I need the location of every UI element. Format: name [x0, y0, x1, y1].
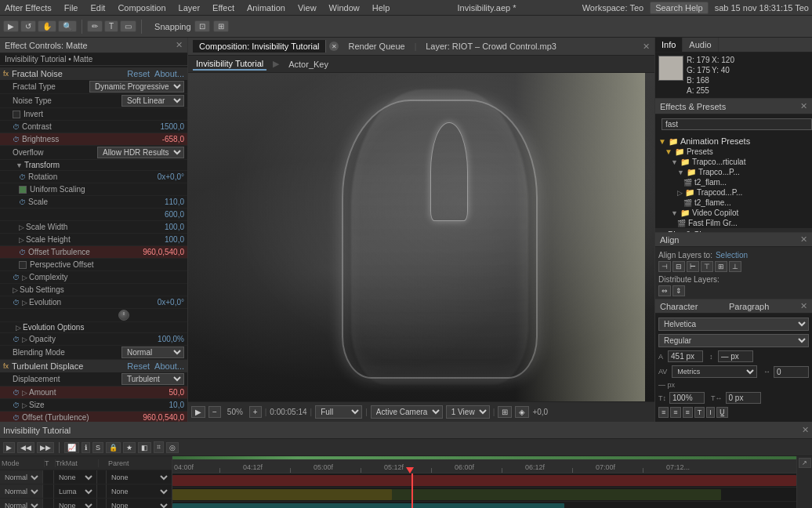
tree-animation-presets[interactable]: ▼ 📁 Animation Presets — [655, 136, 812, 147]
dist-v-btn[interactable]: ⇕ — [672, 285, 685, 296]
tab-layer[interactable]: Layer: RIOT – Crowd Control.mp3 — [419, 40, 563, 53]
offset-turbulence-value[interactable]: 960,0,540,0 — [137, 248, 184, 256]
scale-val2-value[interactable]: 600,0 — [137, 210, 184, 219]
uniform-scaling-checkbox[interactable] — [19, 186, 27, 194]
pen-tool[interactable]: ✏ — [87, 20, 103, 32]
scale-width-value[interactable]: 100,0 — [137, 223, 184, 231]
tl-next-frame-btn[interactable]: ▶▶ — [37, 442, 54, 453]
layer2-mode-select[interactable]: Normal — [2, 487, 41, 496]
character-tab[interactable]: Character — [660, 302, 698, 311]
offset-turb-stopwatch[interactable]: ⏱ — [19, 249, 26, 256]
font-dropdown[interactable]: Helvetica — [658, 318, 809, 331]
transform-header[interactable]: ▼ Transform — [0, 160, 187, 171]
text-align-center-btn[interactable]: ≡ — [670, 407, 680, 418]
layer3-trk-select[interactable]: None — [56, 501, 95, 509]
amount-value[interactable]: 50,0 — [137, 388, 184, 397]
contrast-stopwatch[interactable]: ⏱ — [13, 123, 20, 131]
tree-presets[interactable]: ▼ 📁 Presets — [655, 147, 812, 157]
rotation-value[interactable]: 0x+0,0° — [137, 172, 184, 181]
align-left-btn[interactable]: ⊣ — [658, 261, 671, 272]
tl-graph-editor-btn[interactable]: 📈 — [64, 442, 79, 453]
effects-presets-close[interactable]: ✕ — [800, 101, 807, 111]
opacity-stopwatch[interactable]: ⏱ — [13, 336, 20, 343]
leading-input[interactable] — [718, 350, 753, 362]
zoom-in-btn[interactable]: + — [249, 406, 262, 418]
snapping-toggle[interactable]: ⊡ — [194, 20, 210, 32]
menu-file[interactable]: File — [63, 3, 80, 13]
layer3-trk[interactable]: None — [54, 499, 97, 508]
menu-composition[interactable]: Composition — [116, 3, 167, 13]
align-bottom-btn[interactable]: ⊥ — [729, 261, 741, 272]
tree-fast-film-gr[interactable]: 🎬 Fast Film Gr... — [655, 218, 812, 228]
text-bold-btn[interactable]: T — [694, 407, 705, 418]
view-count-dropdown[interactable]: 1 View — [446, 405, 490, 419]
scale-value[interactable]: 110,0 — [137, 198, 184, 206]
layer2-parent[interactable]: None — [107, 484, 172, 498]
menu-view[interactable]: View — [296, 3, 318, 13]
brightness-stopwatch[interactable]: ⏱ — [13, 136, 20, 143]
layer3-parent-select[interactable]: None — [108, 501, 170, 509]
search-effects-btn[interactable]: Search Help — [650, 2, 709, 14]
layer1-mode-select[interactable]: Normal — [2, 473, 41, 482]
layer3-mode-select[interactable]: Normal — [2, 501, 41, 509]
layer2-mode[interactable]: Normal — [0, 484, 43, 498]
layer1-trk-select[interactable]: None — [56, 473, 95, 482]
scale-v-input[interactable] — [669, 392, 705, 404]
mask-btn[interactable]: ◈ — [515, 406, 529, 418]
tree-t2flame2[interactable]: 🎬 t2_flame... — [655, 198, 812, 208]
pan-tool[interactable]: ✋ — [38, 20, 56, 32]
quality-dropdown[interactable]: Full Half Third Quarter — [315, 405, 362, 419]
shape-tool[interactable]: ▭ — [120, 20, 136, 32]
evolution-stopwatch[interactable]: ⏱ — [13, 299, 20, 307]
zoom-tool[interactable]: 🔍 — [58, 20, 77, 32]
tl-lock-btn[interactable]: 🔒 — [106, 442, 121, 453]
text-tool[interactable]: T — [104, 20, 118, 32]
menu-animation[interactable]: Animation — [245, 3, 287, 13]
tab-render-queue[interactable]: Render Queue — [342, 40, 411, 53]
menu-layer[interactable]: Layer — [177, 3, 202, 13]
size-value[interactable]: 10,0 — [137, 401, 184, 409]
fractal-noise-about[interactable]: About... — [154, 69, 184, 78]
overflow-dropdown[interactable]: Allow HDR Results — [97, 147, 184, 158]
tl-shy-btn[interactable]: ★ — [123, 442, 136, 453]
layer2-parent-select[interactable]: None — [108, 487, 170, 496]
font-size-input[interactable] — [668, 350, 703, 362]
align-center-v-btn[interactable]: ⊞ — [715, 261, 727, 272]
scale-h-input[interactable] — [726, 392, 761, 404]
layer1-parent-select[interactable]: None — [108, 473, 170, 482]
tree-video-copilot[interactable]: ▼ 📁 Video Copilot — [655, 208, 812, 218]
text-italic-btn[interactable]: I — [706, 407, 715, 418]
tl-prev-frame-btn[interactable]: ◀◀ — [17, 442, 34, 453]
tl-expand-btn[interactable]: ↗ — [799, 458, 811, 468]
tl-info-btn[interactable]: ℹ — [82, 442, 90, 453]
scale-height-value[interactable]: 100,0 — [137, 235, 184, 244]
noise-type-dropdown[interactable]: Soft Linear — [121, 95, 184, 107]
tab-info[interactable]: Info — [655, 38, 683, 52]
evolution-value[interactable]: 0x+0,0° — [137, 298, 184, 307]
menu-after-effects[interactable]: After Effects — [3, 3, 53, 13]
sub-tab-invisibility[interactable]: Invisibility Tutorial — [193, 58, 266, 71]
tree-t2flame1[interactable]: 🎬 t2_flam... — [655, 177, 812, 187]
paragraph-tab[interactable]: Paragraph — [729, 302, 769, 311]
fractal-type-dropdown[interactable]: Dynamic Progressive — [89, 81, 184, 93]
view-mode-dropdown[interactable]: Active Camera — [371, 405, 443, 419]
turb-displace-reset[interactable]: Reset — [127, 361, 150, 371]
timeline-close[interactable]: ✕ — [802, 425, 809, 435]
offset-turb2-stopwatch[interactable]: ⏱ — [13, 414, 20, 422]
layer1-mode[interactable]: Normal — [0, 470, 43, 484]
rotation-stopwatch[interactable]: ⏱ — [19, 173, 26, 181]
offset-turb2-value[interactable]: 960,0,540,0 — [137, 413, 184, 422]
comp-tab-close[interactable]: ✕ — [329, 42, 339, 51]
evolution-options-header[interactable]: ▷ Evolution Options — [0, 322, 187, 333]
tl-collapse-btn[interactable]: ◧ — [138, 442, 151, 453]
text-align-right-btn[interactable]: ≡ — [683, 407, 693, 418]
blending-mode-dropdown[interactable]: Normal — [121, 347, 184, 358]
sub-tab-actor-key[interactable]: Actor_Key — [285, 59, 332, 70]
evolution-knob[interactable] — [118, 310, 129, 321]
complexity-stopwatch[interactable]: ⏱ — [13, 274, 20, 281]
layer1-parent[interactable]: None — [107, 470, 172, 484]
char-close[interactable]: ✕ — [800, 301, 807, 311]
menu-help[interactable]: Help — [371, 3, 392, 13]
zoom-out-btn[interactable]: − — [208, 406, 221, 418]
tab-composition[interactable]: Composition: Invisibility Tutorial — [193, 40, 326, 53]
